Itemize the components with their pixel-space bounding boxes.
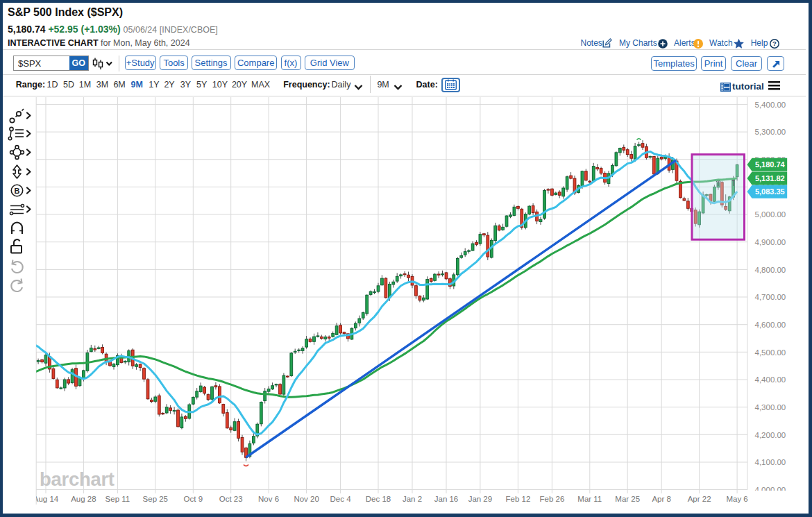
svg-text:4,600.00: 4,600.00 (755, 321, 786, 329)
svg-text:4,500.00: 4,500.00 (755, 348, 786, 357)
svg-text:Dec 18: Dec 18 (366, 495, 391, 503)
svg-text:May 6: May 6 (726, 495, 747, 503)
svg-text:Feb 12: Feb 12 (505, 495, 530, 503)
svg-text:Jan 29: Jan 29 (468, 495, 493, 503)
svg-text:4,900.00: 4,900.00 (755, 238, 786, 246)
svg-text:Jan 2: Jan 2 (403, 495, 422, 503)
svg-text:5,083.35: 5,083.35 (755, 187, 785, 196)
svg-text:Nov 20: Nov 20 (294, 495, 319, 503)
svg-text:Jan 16: Jan 16 (434, 495, 459, 503)
svg-text:4,000.00: 4,000.00 (755, 486, 786, 494)
svg-text:Oct 23: Oct 23 (219, 495, 243, 503)
svg-text:Aug 14: Aug 14 (33, 495, 59, 503)
svg-text:Apr 22: Apr 22 (688, 495, 711, 503)
svg-text:Apr 8: Apr 8 (652, 495, 671, 503)
svg-text:Dec 4: Dec 4 (330, 495, 352, 503)
svg-text:5,300.00: 5,300.00 (755, 128, 786, 136)
svg-text:5,180.74: 5,180.74 (755, 160, 786, 169)
svg-text:Mar 11: Mar 11 (577, 495, 602, 503)
svg-text:barchart: barchart (40, 468, 115, 490)
svg-text:B: B (15, 187, 20, 195)
svg-text:Sep 11: Sep 11 (105, 495, 130, 503)
svg-text:4,800.00: 4,800.00 (755, 266, 786, 274)
svg-text:4,100.00: 4,100.00 (755, 458, 786, 466)
svg-text:Mar 25: Mar 25 (615, 495, 640, 503)
svg-text:Oct 9: Oct 9 (184, 495, 203, 503)
svg-text:Nov 6: Nov 6 (258, 495, 279, 503)
svg-text:4,700.00: 4,700.00 (755, 293, 786, 301)
svg-text:4,200.00: 4,200.00 (755, 431, 786, 439)
svg-text:Sep 25: Sep 25 (143, 495, 168, 503)
svg-text:5,131.82: 5,131.82 (755, 174, 785, 183)
svg-text:Aug 28: Aug 28 (71, 495, 96, 503)
svg-text:Feb 26: Feb 26 (539, 495, 564, 503)
svg-text:4,400.00: 4,400.00 (755, 375, 786, 384)
svg-text:4,300.00: 4,300.00 (755, 403, 786, 412)
svg-text:5,000.00: 5,000.00 (755, 210, 786, 219)
svg-text:5,400.00: 5,400.00 (755, 101, 786, 109)
